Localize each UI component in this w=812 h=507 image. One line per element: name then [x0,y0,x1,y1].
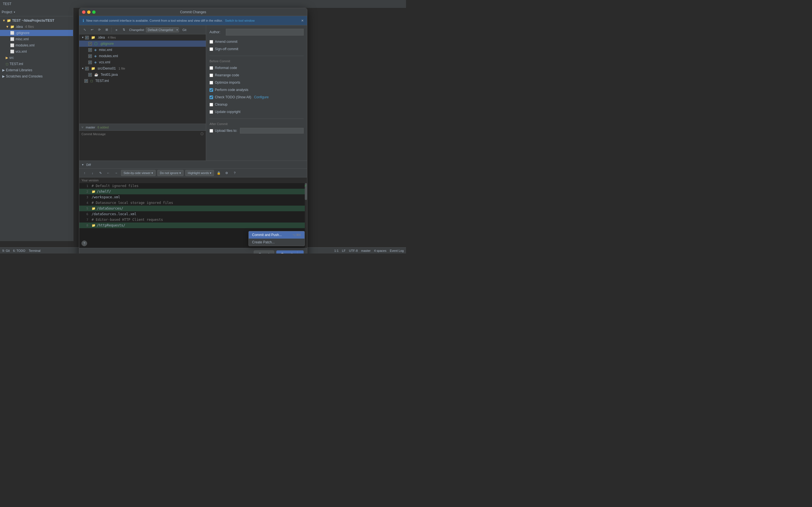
author-input[interactable] [226,29,304,36]
gitignore-checkbox[interactable] [88,42,92,46]
testiml-label: TEST.iml [10,62,23,66]
file-row-gitignore[interactable]: ⬡ .gitignore [79,41,206,47]
diff-left-btn[interactable]: ← [105,170,111,176]
todo-status[interactable]: 6: TODO [13,249,26,252]
author-row: Author: [209,29,304,36]
perform-analysis-checkbox[interactable] [209,88,213,92]
misc-checkbox[interactable] [88,48,92,52]
check-todo-label: Check TODO (Show All) [215,95,251,99]
tree-item-scratches[interactable]: ▶ Scratches and Consoles [0,73,73,79]
idea-checkbox[interactable] [85,36,89,40]
create-patch-item[interactable]: Create Patch... [249,238,305,246]
move-btn[interactable]: ⊞ [103,27,110,33]
file-row-misc[interactable]: ◈ misc.xml [79,47,206,53]
git-icon: ⬜ [10,31,14,35]
tree-item-ext-libs[interactable]: ▶ External Libraries [0,67,73,73]
idea-folder-icon: 📁 [91,36,95,40]
commit-msg-title: Commit Message [82,132,106,136]
commit-message-input[interactable] [79,137,206,160]
test01-label: Test01.java [101,73,118,76]
separator-1 [111,27,112,33]
diff-help-btn[interactable]: ? [232,170,238,176]
update-copyright-checkbox[interactable] [209,110,213,114]
line-content-5: /dataSources/ [97,207,123,210]
optimize-checkbox[interactable] [209,81,213,84]
tree-item-testiml[interactable]: ◻ TEST.iml [0,61,73,67]
vcs-checkbox[interactable] [88,61,92,64]
diff-right-btn[interactable]: → [113,170,119,176]
tree-item-misc[interactable]: ⬜ misc.xml [0,36,73,42]
testiml-checkbox[interactable] [84,79,88,83]
terminal-status[interactable]: Terminal [29,249,41,252]
switch-to-tool-window-link[interactable]: Switch to tool window [225,19,255,22]
tree-item-modules[interactable]: ⬜ modules.xml [0,42,73,48]
check-todo-checkbox[interactable] [209,96,213,99]
project-label: Project [2,10,12,14]
dialog-close-btn[interactable] [82,10,86,14]
project-dropdown-icon[interactable]: ▾ [14,11,15,13]
diff-next-btn[interactable]: ↓ [89,170,96,176]
diff-settings-btn[interactable]: ⚙ [223,170,230,176]
amend-checkbox[interactable] [209,40,213,44]
configure-link[interactable]: Configure [254,95,269,99]
diff-line-5: 5 📁 /dataSources/ [79,206,307,211]
dialog-max-btn[interactable] [92,10,96,14]
dialog-min-btn[interactable] [87,10,91,14]
diff-line-1: 1 # Default ignored files [79,183,307,189]
tree-item-gitignore[interactable]: ⬜ .gitignore [0,30,73,36]
commit-dropdown-btn[interactable]: ▾ [297,250,304,254]
file-row-modules[interactable]: ◈ modules.xml [79,53,206,59]
cleanup-checkbox[interactable] [209,103,213,107]
diff-help-bottom-btn[interactable]: ? [82,240,87,246]
line-sep-indicator: LF [342,249,346,252]
tree-item-vcs[interactable]: ⬜ vcs.xml [0,48,73,55]
version-label-text: Your version [82,179,99,182]
diff-highlight-select[interactable]: Highlight words ▾ [185,170,214,176]
diff-viewer-select[interactable]: Side-by-side viewer ▾ [121,170,156,176]
xml-icon: ⬜ [10,37,14,41]
changelist-label: Changelist: [129,28,145,32]
diff-expand-icon[interactable]: ▼ [82,163,84,166]
tree-item-src[interactable]: ▶ src [0,55,73,61]
rearrange-checkbox[interactable] [209,73,213,77]
tree-item-test-root[interactable]: ▼ 📁 TEST ~/IdeaProjects/TEST [0,17,73,24]
tree-item-idea[interactable]: ▼ 📁 .idea 4 files [0,24,73,30]
cancel-button[interactable]: Cancel [254,250,274,254]
src-checkbox[interactable] [85,67,89,70]
diff-prev-btn[interactable]: ↑ [82,170,88,176]
file-row-vcs[interactable]: ◈ vcs.xml [79,59,206,65]
line-content-1: # Default ignored files [92,184,139,188]
upload-files-checkbox[interactable] [209,129,213,133]
signoff-checkbox[interactable] [209,47,213,51]
sort-btn[interactable]: ≡ [113,27,119,33]
git-status[interactable]: 9: Git [2,249,10,252]
changelist-select[interactable]: Default Changelist [146,27,179,33]
commit-button[interactable]: Commit [276,250,297,254]
file-row-src[interactable]: ▼ 📁 src/Demo01 1 file [79,65,206,71]
line-num-8: 8 [82,224,88,227]
reformat-checkbox[interactable] [209,66,213,70]
event-log[interactable]: Event Log [390,249,404,252]
file-row-testiml[interactable]: ◻ TEST.iml [79,78,206,84]
diff-line-7: 7 # Editor-based HTTP Client requests [79,217,307,223]
info-close-btn[interactable]: ✕ [301,19,304,22]
diff-lock-btn[interactable]: 🔒 [216,170,222,176]
commit-and-push-item[interactable]: Commit and Push... ⌥⌘K [249,231,305,238]
scratches-label: Scratches and Consoles [6,74,43,78]
libraries-icon: ▶ [2,68,5,72]
modules-checkbox[interactable] [88,54,92,58]
branch-name: master [86,126,95,129]
diff-edit-btn[interactable]: ✎ [97,170,103,176]
expand-all-btn[interactable]: ⤡ [82,27,88,33]
filter-btn[interactable]: ⇅ [121,27,127,33]
undo-btn[interactable]: ↩ [89,27,95,33]
file-row-idea[interactable]: ▼ 📁 .idea 4 files [79,34,206,41]
modules-icon: ◈ [94,54,97,58]
gitignore-label: .gitignore [100,42,114,46]
refresh-btn[interactable]: ⟳ [96,27,102,33]
test01-checkbox[interactable] [88,73,92,76]
file-row-test01[interactable]: ☕ Test01.java [79,71,206,78]
diff-ignore-select[interactable]: Do not ignore ▾ [157,170,184,176]
upload-destination-input[interactable] [240,128,304,133]
diff-scrollbar-track[interactable]: ✓ [305,183,307,248]
